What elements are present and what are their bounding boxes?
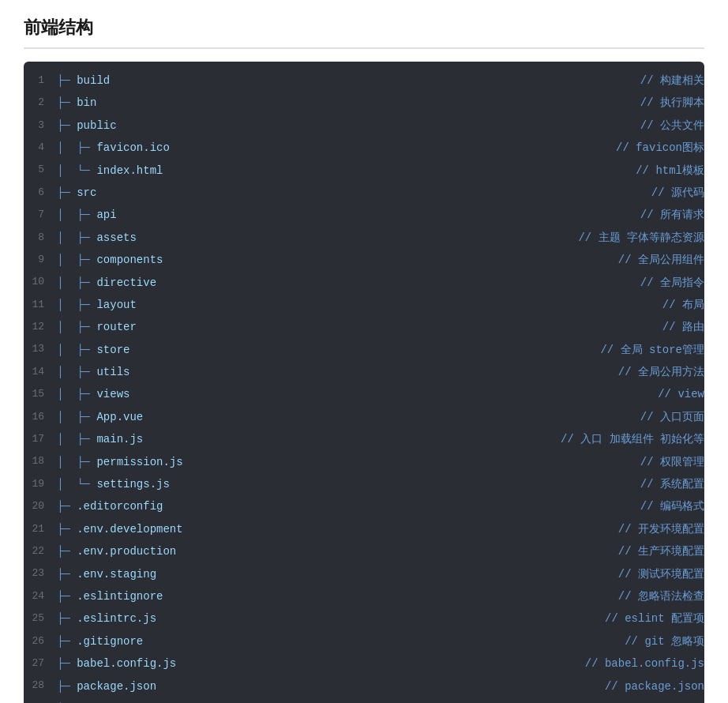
- file-name: layout: [96, 296, 136, 314]
- comment: // 公共文件: [625, 117, 704, 134]
- tree-indent: │ ├─: [57, 274, 96, 291]
- line-number: 4: [24, 140, 57, 156]
- code-row: 29└─ vue.config.js// vue.config.js: [24, 697, 704, 703]
- line-number: 10: [24, 274, 57, 291]
- file-name: .env.production: [77, 543, 176, 560]
- code-row: 27├─ babel.config.js// babel.config.js: [24, 652, 704, 675]
- comment: // 全局指令: [625, 274, 704, 291]
- line-number: 14: [24, 364, 57, 381]
- comment: // 编码格式: [625, 498, 704, 515]
- file-name: .env.staging: [77, 566, 156, 583]
- tree-indent: ├─: [57, 633, 77, 650]
- tree-indent: ├─: [57, 543, 77, 560]
- line-number: 25: [24, 611, 57, 627]
- tree-indent: │ ├─: [57, 318, 96, 336]
- code-row: 3├─ public// 公共文件: [24, 115, 704, 137]
- code-row: 26├─ .gitignore// git 忽略项: [24, 630, 704, 652]
- tree-indent: ├─: [57, 655, 77, 672]
- comment: // 权限管理: [625, 453, 704, 471]
- comment: // favicon图标: [600, 139, 704, 156]
- file-name: package.json: [77, 678, 156, 695]
- line-number: 22: [24, 543, 57, 560]
- line-number: 8: [24, 230, 57, 246]
- code-row: 17│ ├─ main.js// 入口 加载组件 初始化等: [24, 428, 704, 450]
- file-name: favicon.ico: [96, 139, 169, 156]
- comment: // view: [642, 385, 704, 403]
- comment: // 全局 store管理: [584, 341, 704, 359]
- code-row: 15│ ├─ views// view: [24, 383, 704, 405]
- file-name: views: [96, 385, 129, 403]
- file-name: store: [96, 341, 129, 359]
- file-name: index.html: [96, 162, 163, 179]
- tree-indent: ├─: [57, 498, 77, 515]
- comment: // 忽略语法检查: [602, 588, 704, 605]
- code-row: 23├─ .env.staging// 测试环境配置: [24, 563, 704, 585]
- line-number: 18: [24, 453, 57, 470]
- code-row: 1├─ build// 构建相关: [24, 70, 704, 92]
- line-number: 5: [24, 162, 57, 179]
- comment: // 所有请求: [625, 206, 704, 224]
- file-name: api: [96, 206, 116, 224]
- code-row: 7│ ├─ api// 所有请求: [24, 204, 704, 226]
- comment: // 全局公用组件: [602, 251, 704, 269]
- comment: // 主题 字体等静态资源: [562, 229, 704, 246]
- file-name: router: [96, 318, 136, 336]
- line-number: 2: [24, 95, 57, 111]
- code-row: 25├─ .eslintrc.js// eslint 配置项: [24, 607, 704, 630]
- line-number: 23: [24, 566, 57, 582]
- comment: // 入口页面: [625, 408, 704, 426]
- code-row: 10│ ├─ directive// 全局指令: [24, 272, 704, 294]
- line-number: 12: [24, 319, 57, 336]
- code-row: 4│ ├─ favicon.ico// favicon图标: [24, 137, 704, 159]
- tree-indent: │ ├─: [57, 385, 96, 403]
- tree-indent: │ ├─: [57, 206, 96, 224]
- file-name: .eslintrc.js: [77, 610, 156, 627]
- tree-indent: │ ├─: [57, 139, 96, 156]
- tree-indent: ├─: [57, 521, 77, 538]
- code-row: 16│ ├─ App.vue// 入口页面: [24, 406, 704, 428]
- file-name: src: [77, 184, 96, 201]
- line-number: 24: [24, 588, 57, 605]
- code-row: 11│ ├─ layout// 布局: [24, 294, 704, 316]
- line-number: 3: [24, 118, 57, 134]
- tree-indent: ├─: [57, 184, 77, 201]
- tree-indent: │ ├─: [57, 229, 96, 246]
- code-row: 12│ ├─ router// 路由: [24, 316, 704, 338]
- comment: // 构建相关: [625, 72, 704, 89]
- code-row: 8│ ├─ assets// 主题 字体等静态资源: [24, 227, 704, 249]
- comment: // 布局: [647, 296, 704, 314]
- line-number: 19: [24, 476, 57, 493]
- code-row: 5│ └─ index.html// html模板: [24, 160, 704, 182]
- tree-indent: │ ├─: [57, 363, 96, 381]
- code-block: 1├─ build// 构建相关2├─ bin// 执行脚本3├─ public…: [24, 62, 704, 703]
- comment: // 系统配置: [625, 476, 704, 493]
- tree-indent: ├─: [57, 610, 77, 627]
- file-name: assets: [96, 229, 136, 246]
- tree-indent: │ ├─: [57, 341, 96, 359]
- line-number: 20: [24, 498, 57, 515]
- comment: // 开发环境配置: [602, 521, 704, 538]
- code-row: 22├─ .env.production// 生产环境配置: [24, 540, 704, 562]
- tree-indent: │ └─: [57, 476, 96, 493]
- file-name: build: [77, 72, 110, 89]
- line-number: 26: [24, 633, 57, 650]
- file-name: utils: [96, 363, 129, 381]
- file-name: .editorconfig: [77, 498, 163, 515]
- code-row: 20├─ .editorconfig// 编码格式: [24, 495, 704, 517]
- tree-indent: │ ├─: [57, 251, 96, 269]
- code-row: 24├─ .eslintignore// 忽略语法检查: [24, 585, 704, 607]
- file-name: components: [96, 251, 163, 269]
- file-name: .gitignore: [77, 633, 143, 650]
- tree-indent: │ ├─: [57, 408, 96, 426]
- comment: // 生产环境配置: [602, 543, 704, 560]
- file-name: .env.development: [77, 521, 182, 538]
- tree-indent: │ └─: [57, 162, 96, 179]
- comment: // package.json: [589, 678, 704, 695]
- line-number: 17: [24, 431, 57, 448]
- comment: // vue.config.js: [583, 700, 704, 703]
- file-name: babel.config.js: [77, 655, 176, 672]
- line-number: 27: [24, 656, 57, 672]
- code-row: 14│ ├─ utils// 全局公用方法: [24, 361, 704, 383]
- comment: // babel.config.js: [569, 655, 704, 672]
- tree-indent: ├─: [57, 72, 77, 89]
